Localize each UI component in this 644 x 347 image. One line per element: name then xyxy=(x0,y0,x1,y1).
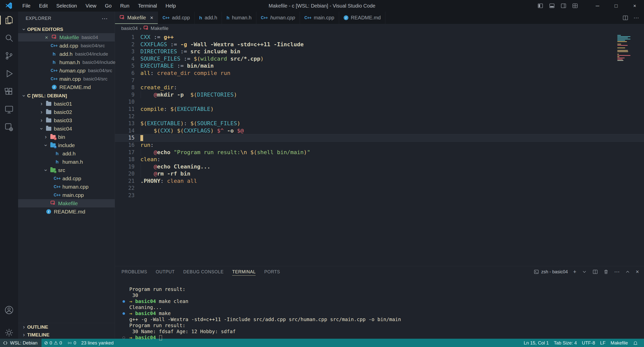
accounts-icon[interactable] xyxy=(4,305,14,315)
menu-edit[interactable]: Edit xyxy=(35,2,52,10)
close-window-button[interactable]: × xyxy=(625,0,644,12)
maximize-button[interactable]: □ xyxy=(607,0,625,12)
settings-gear-icon[interactable] xyxy=(4,328,14,338)
makefile-tools-icon[interactable] xyxy=(4,122,14,132)
menu-go[interactable]: Go xyxy=(101,2,116,10)
chevron-down-icon: › xyxy=(38,125,45,132)
toggle-sidebar-icon[interactable] xyxy=(537,3,543,9)
terminal-output[interactable]: Program run result: 30→ basic04 make cle… xyxy=(115,277,644,341)
search-icon[interactable] xyxy=(4,33,14,43)
bell-icon xyxy=(633,340,638,345)
tab-readme.md[interactable]: iREADME.md xyxy=(339,12,386,24)
tree-item-src[interactable]: ›‹›src xyxy=(18,166,115,174)
breadcrumb[interactable]: basic04 › Makefile xyxy=(115,24,644,33)
tab-human.h[interactable]: hhuman.h xyxy=(222,12,256,24)
tree-item-makefile[interactable]: Makefile xyxy=(18,199,115,207)
tab-main.cpp[interactable]: C++main.cpp xyxy=(300,12,339,24)
open-editor-readme.md[interactable]: iREADME.md xyxy=(18,83,115,91)
toggle-secondary-sidebar-icon[interactable] xyxy=(560,3,567,9)
breadcrumb-file[interactable]: Makefile xyxy=(151,26,169,31)
menu-file[interactable]: File xyxy=(18,2,35,10)
panel-tab-debug-console[interactable]: DEBUG CONSOLE xyxy=(183,266,224,277)
remote-indicator[interactable]: WSL: Debian xyxy=(0,339,42,347)
tree-item-basic02[interactable]: ›basic02 xyxy=(18,108,115,116)
tab-add.cpp[interactable]: C++add.cpp xyxy=(158,12,194,24)
code-editor[interactable]: 1CXX := g++2CXXFLAGS := -g -Wall -Wextra… xyxy=(115,33,644,266)
maximize-panel-icon[interactable] xyxy=(625,269,630,275)
split-editor-icon[interactable] xyxy=(622,15,628,21)
panel-tab-output[interactable]: OUTPUT xyxy=(156,266,175,277)
tree-item-human.cpp[interactable]: C++human.cpp xyxy=(18,183,115,191)
minimap[interactable] xyxy=(617,35,632,64)
customize-layout-icon[interactable] xyxy=(572,3,578,9)
tree-item-bin[interactable]: ›▪bin xyxy=(18,133,115,141)
new-terminal-icon[interactable]: + xyxy=(573,269,576,275)
timeline-section[interactable]: › TIMELINE xyxy=(18,331,115,339)
menu-run[interactable]: Run xyxy=(116,2,134,10)
open-editors-section[interactable]: › OPEN EDITORS xyxy=(18,25,115,33)
titlebar: FileEditSelectionViewGoRunTerminalHelp M… xyxy=(0,0,644,12)
tree-item-main.cpp[interactable]: C++main.cpp xyxy=(18,191,115,199)
tree-item-add.h[interactable]: hadd.h xyxy=(18,149,115,158)
open-editor-add.h[interactable]: hadd.hbasic04/include xyxy=(18,50,115,58)
minimize-button[interactable]: ─ xyxy=(588,0,607,12)
menu-view[interactable]: View xyxy=(81,2,101,10)
menu-selection[interactable]: Selection xyxy=(52,2,81,10)
makefile-icon xyxy=(119,15,125,21)
header-file-icon: h xyxy=(50,51,58,57)
menu-terminal[interactable]: Terminal xyxy=(134,2,161,10)
toggle-panel-icon[interactable] xyxy=(549,3,555,9)
open-editor-human.cpp[interactable]: C++human.cppbasic04/src xyxy=(18,66,115,75)
panel-tab-terminal[interactable]: TERMINAL xyxy=(232,266,256,277)
tree-item-include[interactable]: ›+include xyxy=(18,141,115,149)
breadcrumb-folder[interactable]: basic04 xyxy=(121,26,138,31)
explorer-more-actions-icon[interactable]: ⋯ xyxy=(102,15,108,22)
split-terminal-icon[interactable] xyxy=(592,269,598,275)
panel-more-actions-icon[interactable]: ⋯ xyxy=(614,269,620,275)
tree-item-readme.md[interactable]: iREADME.md xyxy=(18,207,115,216)
cpp-file-icon: C++ xyxy=(53,176,61,181)
open-editor-main.cpp[interactable]: C++main.cppbasic04/src xyxy=(18,75,115,83)
terminal-line: Cleaning... xyxy=(123,305,644,311)
command-decoration-icon[interactable] xyxy=(123,312,125,315)
terminal-instance-label[interactable]: zsh - basic04 xyxy=(534,269,568,275)
tree-item-basic01[interactable]: ›basic01 xyxy=(18,100,115,108)
code-line-8: 8create_dir: xyxy=(115,84,644,91)
extensions-icon[interactable] xyxy=(4,86,14,97)
editor-more-actions-icon[interactable]: ⋯ xyxy=(633,15,639,21)
terminal-dropdown-icon[interactable] xyxy=(582,269,587,275)
panel-tab-problems[interactable]: PROBLEMS xyxy=(122,266,147,277)
ports-indicator[interactable]: 0 xyxy=(65,339,79,347)
tab-add.h[interactable]: hadd.h xyxy=(195,12,222,24)
tree-item-basic04[interactable]: ›basic04 xyxy=(18,124,115,133)
tab-human.cpp[interactable]: C++human.cpp xyxy=(256,12,300,24)
line-number: 19 xyxy=(115,163,135,170)
problems-indicator[interactable]: ⊘ 0 ⚠ 0 xyxy=(42,339,65,347)
command-decoration-icon[interactable] xyxy=(123,300,125,303)
menu-help[interactable]: Help xyxy=(161,2,180,10)
tree-item-human.h[interactable]: hhuman.h xyxy=(18,158,115,166)
remote-explorer-icon[interactable] xyxy=(4,104,14,114)
open-editor-add.cpp[interactable]: C++add.cppbasic04/src xyxy=(18,41,115,50)
prompt-decoration-icon[interactable] xyxy=(123,336,125,339)
source-control-icon[interactable] xyxy=(4,51,14,61)
open-editor-human.h[interactable]: hhuman.hbasic04/include xyxy=(18,58,115,66)
open-editor-makefile[interactable]: ×Makefilebasic04 xyxy=(18,33,115,41)
tree-item-basic03[interactable]: ›basic03 xyxy=(18,116,115,124)
outline-section[interactable]: › OUTLINE xyxy=(18,323,115,331)
workspace-section[interactable]: › C [WSL: DEBIAN] xyxy=(18,92,115,100)
close-panel-icon[interactable]: × xyxy=(636,269,639,275)
chevron-down-icon: › xyxy=(21,93,27,99)
kill-terminal-icon[interactable] xyxy=(603,269,609,275)
explorer-icon[interactable] xyxy=(4,15,14,25)
chevron-right-icon: › xyxy=(43,134,49,140)
tab-makefile[interactable]: Makefile× xyxy=(115,12,158,24)
chevron-down-icon: › xyxy=(43,142,49,149)
cpp-file-icon: C++ xyxy=(53,193,61,197)
code-line-1: 1CXX := g++ xyxy=(115,34,644,41)
close-editor-icon[interactable]: × xyxy=(43,34,50,40)
run-debug-icon[interactable] xyxy=(4,69,14,79)
tree-item-add.cpp[interactable]: C++add.cpp xyxy=(18,174,115,183)
panel-tab-ports[interactable]: PORTS xyxy=(264,266,280,277)
close-tab-icon[interactable]: × xyxy=(150,15,153,21)
